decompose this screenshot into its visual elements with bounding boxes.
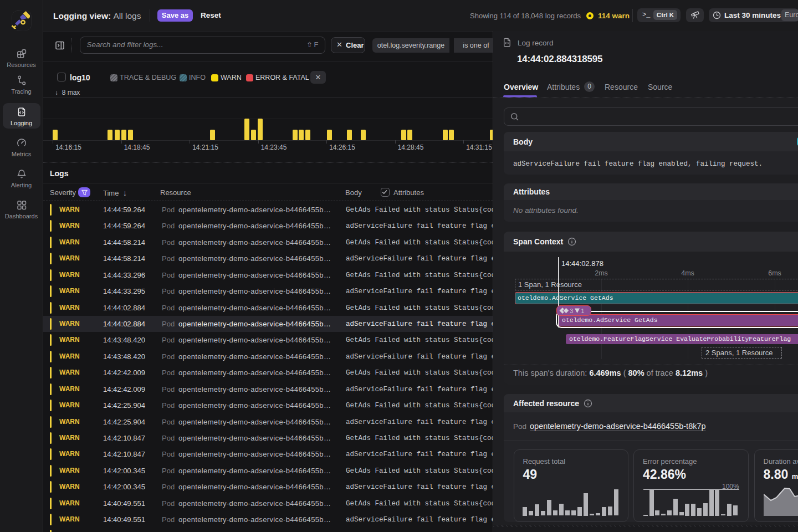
svg-text:1: 1 [581, 307, 585, 314]
svg-text:3: 3 [570, 307, 574, 314]
